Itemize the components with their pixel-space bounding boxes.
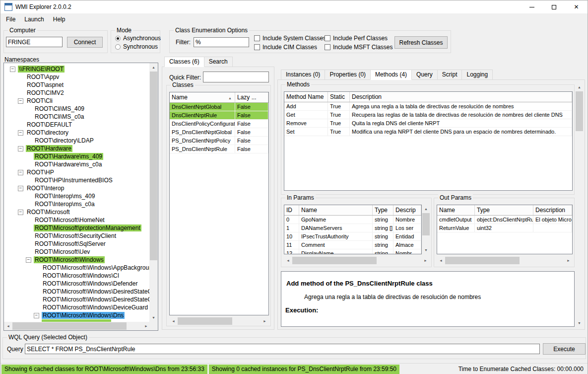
class-row[interactable]: PS_DnsClientNrptPolicyFalse xyxy=(170,137,268,145)
in-param-row[interactable]: 1DANameServersstring []Los ser xyxy=(284,224,421,232)
namespace-tree-item[interactable]: ROOT\Interop\ms_c0a xyxy=(4,200,149,208)
in-params-horizontal-scrollbar[interactable]: ◄ ► xyxy=(284,256,430,265)
namespace-tree-item[interactable]: ROOT\Microsoft\SecurityClient xyxy=(4,232,149,240)
maximize-button[interactable] xyxy=(543,0,565,13)
scrollbar-thumb[interactable] xyxy=(292,257,377,264)
radio-asynchronous[interactable]: Asynchronous xyxy=(115,35,161,42)
scroll-down-icon[interactable]: ▼ xyxy=(422,246,430,254)
namespace-tree-item[interactable]: ROOT\Microsoft\Windows\AppBackground xyxy=(4,264,149,272)
in-param-row[interactable]: 12DisplayNamestringNombr xyxy=(284,249,421,254)
collapse-icon[interactable]: − xyxy=(10,67,15,72)
tab-query[interactable]: Query xyxy=(411,70,438,80)
scrollbar-thumb[interactable] xyxy=(12,322,127,330)
scrollbar-thumb[interactable] xyxy=(150,72,157,260)
tab-search[interactable]: Search xyxy=(204,57,233,67)
minimize-button[interactable] xyxy=(521,0,543,13)
namespace-tree-item[interactable]: −\\FRINGE\ROOT xyxy=(4,65,149,73)
checkbox-include-msft-classes[interactable]: Include MSFT Classes xyxy=(325,44,393,51)
checkbox-include-system-classes[interactable]: Include System Classes xyxy=(254,35,326,42)
namespace-tree-item[interactable]: ROOT\directory\LDAP xyxy=(4,137,149,145)
namespace-tree-item[interactable]: ROOT\Microsoft\Uev xyxy=(4,248,149,256)
tab-classes[interactable]: Classes (6) xyxy=(164,57,204,67)
namespace-tree-item[interactable]: −ROOT\Cli xyxy=(4,97,149,105)
param-description-header[interactable]: Descrip xyxy=(393,205,421,215)
classes-name-header[interactable]: Name ▲ xyxy=(170,92,235,102)
namespace-tree-item[interactable]: −ROOT\Microsoft\Windows\Dns xyxy=(4,311,149,319)
namespace-tree-item[interactable]: −ROOT\Hardware xyxy=(4,145,149,152)
in-params-vertical-scrollbar[interactable]: ▲ ▼ xyxy=(422,205,430,254)
checkbox-include-cim-classes[interactable]: Include CIM Classes xyxy=(254,44,317,51)
method-row[interactable]: RemoveTrueQuita la regla DNS del cliente… xyxy=(284,119,572,128)
out-param-description-header[interactable]: Description xyxy=(533,205,572,215)
scroll-left-icon[interactable]: ◄ xyxy=(284,256,292,265)
namespace-tree-item[interactable]: ROOT\Microsoft\Windows\DesiredStateCon xyxy=(4,296,149,303)
namespaces-horizontal-scrollbar[interactable]: ◄ ► xyxy=(4,322,150,330)
close-button[interactable]: ✕ xyxy=(565,0,588,13)
namespace-tree-item[interactable]: −ROOT\Interop xyxy=(4,184,149,192)
collapse-icon[interactable]: − xyxy=(18,210,23,215)
class-row[interactable]: PS_DnsClientNrptGlobalFalse xyxy=(170,128,268,137)
tab-logging[interactable]: Logging xyxy=(461,70,493,80)
namespace-tree-item[interactable]: ROOT\DEFAULT xyxy=(4,121,149,129)
namespaces-vertical-scrollbar[interactable]: ▲ ▼ xyxy=(149,63,158,322)
namespace-tree-item[interactable]: ROOT\Cli\MS_c0a xyxy=(4,113,149,121)
out-param-row[interactable]: cmdletOutputobject:DnsClientNrptRuleEl o… xyxy=(437,216,572,224)
class-row[interactable]: DnsClientPolicyConfigurationFalse xyxy=(170,120,268,128)
scroll-right-icon[interactable]: ► xyxy=(564,256,573,265)
scroll-left-icon[interactable]: ◄ xyxy=(437,256,445,265)
classes-horizontal-scrollbar[interactable]: ◄ ► xyxy=(169,317,269,325)
namespace-tree-item[interactable]: −ROOT\Microsoft xyxy=(4,208,149,216)
method-row[interactable]: SetTrueModifica una regla NRPT del clien… xyxy=(284,128,572,136)
detail-vertical-scrollbar[interactable]: ▲ ▼ xyxy=(575,83,584,327)
tab-script[interactable]: Script xyxy=(437,70,462,80)
scrollbar-thumb[interactable] xyxy=(178,317,232,325)
method-row[interactable]: AddTrueAgrega una regla a la tabla de di… xyxy=(284,102,572,111)
connect-button[interactable]: Connect xyxy=(67,37,103,48)
param-type-header[interactable]: Type xyxy=(373,205,393,215)
method-description-header[interactable]: Description xyxy=(350,92,572,102)
refresh-classes-button[interactable]: Refresh Classes xyxy=(394,36,448,49)
collapse-icon[interactable]: − xyxy=(18,170,23,175)
method-row[interactable]: GetTrueRecupera las reglas de la tabla d… xyxy=(284,111,572,119)
namespace-tree-item[interactable]: ROOT\Microsoft\SqlServer xyxy=(4,240,149,248)
param-id-header[interactable]: ID xyxy=(284,205,299,215)
namespace-tree-item[interactable]: ROOT\Interop\ms_409 xyxy=(4,192,149,200)
namespace-tree-item[interactable]: ROOT\CIMV2 xyxy=(4,89,149,97)
out-param-row[interactable]: ReturnValueuint32 xyxy=(437,224,572,232)
classes-lazy-header[interactable]: Lazy ... xyxy=(235,92,268,102)
in-param-row[interactable]: 0GpoNamestringNombre xyxy=(284,216,421,224)
namespace-tree-item[interactable]: ROOT\Microsoft\Windows\Defender xyxy=(4,280,149,288)
in-param-row[interactable]: 10IPsecTrustAuthoritystringEntidad xyxy=(284,232,421,241)
menu-help[interactable]: Help xyxy=(49,14,70,24)
namespace-tree-item[interactable]: ROOT\Microsoft\Windows\DesiredStateCon xyxy=(4,288,149,296)
class-row[interactable]: DnsClientNrptGlobalFalse xyxy=(170,103,268,111)
collapse-icon[interactable]: − xyxy=(18,146,23,151)
scrollbar-thumb[interactable] xyxy=(445,257,520,264)
scroll-right-icon[interactable]: ► xyxy=(261,317,269,325)
query-input[interactable] xyxy=(25,344,540,354)
method-static-header[interactable]: Static xyxy=(328,92,350,102)
filter-input[interactable] xyxy=(194,37,249,47)
class-row[interactable]: DnsClientNrptRuleFalse xyxy=(170,111,268,120)
namespace-tree-item[interactable]: ROOT\Microsoft\protectionManagement xyxy=(4,224,149,232)
scrollbar-thumb[interactable] xyxy=(422,213,430,235)
tab-properties[interactable]: Properties (0) xyxy=(325,70,371,80)
collapse-icon[interactable]: − xyxy=(26,257,31,263)
namespace-tree-item[interactable]: ROOT\Cli\MS_409 xyxy=(4,105,149,113)
namespace-tree-item[interactable]: −ROOT\Microsoft\Windows xyxy=(4,256,149,264)
tab-instances[interactable]: Instances (0) xyxy=(281,70,325,80)
collapse-icon[interactable]: − xyxy=(34,313,39,318)
namespace-tree-item[interactable]: ROOT\Hardware\ms_409 xyxy=(4,152,149,160)
collapse-icon[interactable]: − xyxy=(18,98,23,104)
execute-button[interactable]: Execute xyxy=(543,343,586,355)
namespace-tree-item[interactable]: ROOT\HP\InstrumentedBIOS xyxy=(4,176,149,184)
scrollbar-thumb[interactable] xyxy=(576,91,583,131)
scroll-right-icon[interactable]: ► xyxy=(421,256,430,265)
out-param-name-header[interactable]: Name xyxy=(437,205,475,215)
param-name-header[interactable]: Name xyxy=(299,205,373,215)
scroll-up-icon[interactable]: ▲ xyxy=(149,63,158,72)
namespace-tree-item[interactable]: ROOT\Microsoft\HomeNet xyxy=(4,216,149,224)
menu-file[interactable]: File xyxy=(1,14,20,24)
computer-input[interactable] xyxy=(6,37,63,47)
checkbox-include-perf-classes[interactable]: Include Perf Classes xyxy=(325,35,388,42)
